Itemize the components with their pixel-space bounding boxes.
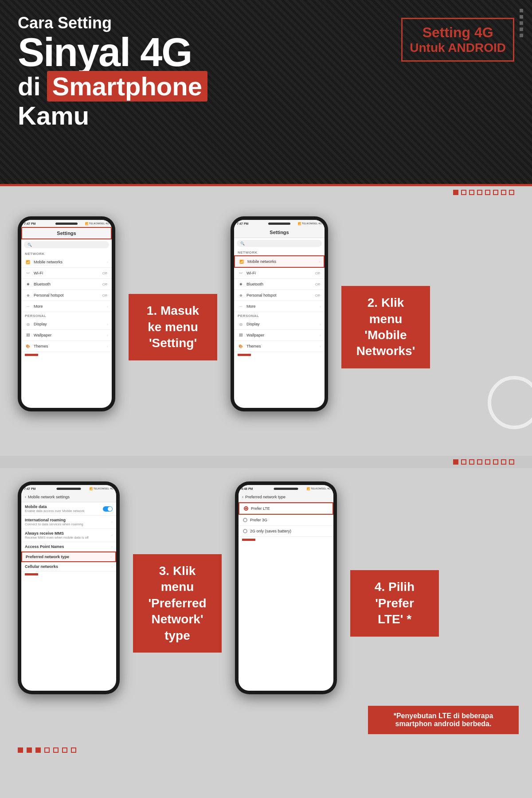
radio-lte — [244, 506, 248, 511]
dot-d5 — [485, 459, 490, 465]
menu-display-2: ◎ Display › — [234, 319, 325, 330]
themes-icon-2: 🎨 — [238, 343, 244, 349]
phones-section-2: 7:47 PM 📶 TELKOMSEL 4G ‹ Mobile network … — [0, 468, 532, 743]
dot-5 — [485, 190, 490, 195]
setting-4g-box: Setting 4G Untuk ANDROID — [401, 18, 514, 62]
sinyal-4g-text: Sinyal 4G — [18, 32, 381, 72]
dot-8 — [509, 190, 514, 195]
personal-label-2: PERSONAL — [234, 312, 325, 319]
wifi-icon-2: 〰 — [238, 270, 244, 276]
mobile-data-item: Mobile data Enable data access over Mobi… — [21, 502, 116, 516]
menu-wifi-2: 〰 Wi-Fi Off › — [234, 268, 325, 279]
untuk-android-text: Untuk ANDROID — [410, 41, 506, 55]
status-time-1: 7:47 PM — [24, 222, 35, 225]
dot-d8 — [509, 459, 514, 465]
dot-d7 — [501, 459, 506, 465]
decorative-dots-top — [520, 9, 523, 37]
more-icon-1: ··· — [25, 303, 31, 309]
signal-icon-2: 📶 — [239, 258, 245, 265]
step-3-box: 3. Klik menu 'Preferred Network' type — [133, 554, 222, 653]
dot-d2 — [461, 459, 466, 465]
menu-wallpaper-1: 🖼 Wallpaper › — [21, 330, 112, 341]
back-bar-4: ‹ Preferred network type — [239, 492, 333, 502]
red-line — [0, 184, 532, 186]
phone-2-screen: 7:47 PM 📶 TELKOMSEL 4G Settings 🔍 NETWOR… — [234, 220, 325, 408]
status-icons-4: 📶 TELKOMSEL 4G — [307, 487, 331, 490]
status-bar-2: 7:47 PM 📶 TELKOMSEL 4G — [234, 220, 325, 227]
setting-4g-title: Setting 4G — [410, 24, 506, 41]
radio-3g — [243, 518, 247, 522]
phone-1-outer: 7:47 PM 📶 TELKOMSEL 4G Settings 🔍 NETWOR… — [18, 216, 115, 411]
hotspot-icon-2: ⊕ — [238, 292, 244, 298]
themes-icon-1: 🎨 — [25, 343, 31, 349]
search-bar-2: 🔍 — [237, 240, 322, 247]
display-icon-2: ◎ — [238, 321, 244, 327]
step-4-box: 4. Pilih 'Prefer LTE' * — [350, 570, 439, 636]
display-icon-1: ◎ — [25, 321, 31, 327]
step-4-text: 4. Pilih 'Prefer LTE' * — [375, 580, 415, 626]
phone-2-outer: 7:47 PM 📶 TELKOMSEL 4G Settings 🔍 NETWOR… — [231, 216, 328, 411]
back-arrow-4: ‹ — [242, 495, 243, 499]
smartphone-text: Smartphone — [47, 72, 207, 101]
dot-4 — [477, 190, 482, 195]
status-bar-1: 7:47 PM 📶 TELKOMSEL 4G — [21, 220, 112, 227]
dot-6 — [493, 190, 498, 195]
dot-2 — [461, 190, 466, 195]
kamu-text: Kamu — [18, 101, 381, 130]
step-2-box: 2. Klik menu 'Mobile Networks' — [341, 286, 430, 368]
network-label-2: NETWORK — [234, 249, 325, 255]
step-2-text: 2. Klik menu 'Mobile Networks' — [356, 296, 415, 358]
screen-title-1: Settings — [21, 227, 112, 239]
menu-mobile-networks-1: 📶 Mobile networks › — [21, 257, 112, 268]
back-bar-3: ‹ Mobile network settings — [21, 492, 116, 502]
always-mms-item: Always receive MMS Receive MMS even when… — [21, 529, 116, 542]
dot-d6 — [493, 459, 498, 465]
phone-4-outer: 4:48 PM 📶 TELKOMSEL 4G ‹ Preferred netwo… — [235, 481, 337, 694]
dot-b1 — [18, 747, 23, 753]
phone-4-screen: 4:48 PM 📶 TELKOMSEL 4G ‹ Preferred netwo… — [239, 485, 333, 691]
red-indicator-2 — [238, 354, 251, 356]
screen-title-2: Settings — [234, 227, 325, 238]
bluetooth-icon-2: ✱ — [238, 281, 244, 287]
menu-more-1: ··· More › — [21, 301, 112, 312]
header-right: Setting 4G Untuk ANDROID — [381, 13, 514, 62]
search-bar-1: 🔍 — [24, 241, 109, 248]
status-time-4: 4:48 PM — [241, 487, 253, 490]
circle-decoration — [488, 376, 532, 429]
dot-b7 — [71, 747, 76, 753]
intl-roaming-item: International roaming Connect to data se… — [21, 516, 116, 529]
phone-3-screen: 7:47 PM 📶 TELKOMSEL 4G ‹ Mobile network … — [21, 485, 116, 691]
phone-1-wrap: 7:47 PM 📶 TELKOMSEL 4G Settings 🔍 NETWOR… — [18, 216, 115, 411]
red-indicator-3 — [25, 573, 38, 575]
cara-setting-text: Cara Setting — [18, 13, 381, 32]
menu-wallpaper-2: 🖼 Wallpaper › — [234, 330, 325, 341]
phone-2-wrap: 7:47 PM 📶 TELKOMSEL 4G Settings 🔍 NETWOR… — [231, 216, 328, 411]
status-bar-3: 7:47 PM 📶 TELKOMSEL 4G — [21, 485, 116, 492]
signal-icon-1: 📶 — [25, 259, 31, 265]
di-text: di — [18, 72, 41, 101]
back-label-3: Mobile network settings — [28, 495, 70, 499]
section-divider — [0, 456, 532, 468]
toggle-mobile-data[interactable] — [103, 506, 113, 512]
hotspot-icon-1: ⊕ — [25, 292, 31, 298]
menu-themes-1: 🎨 Themes › — [21, 341, 112, 352]
footer-note: *Penyebutan LTE di beberapa smartphon an… — [368, 706, 519, 734]
status-time-2: 7:47 PM — [237, 222, 248, 225]
menu-wifi-1: 〰 Wi-Fi Off › — [21, 268, 112, 279]
phone-4-wrap: 4:48 PM 📶 TELKOMSEL 4G ‹ Preferred netwo… — [235, 481, 337, 694]
header-section: Cara Setting Sinyal 4G di Smartphone Kam… — [0, 0, 532, 186]
wifi-icon-1: 〰 — [25, 270, 31, 276]
phone-3-wrap: 7:47 PM 📶 TELKOMSEL 4G ‹ Mobile network … — [18, 481, 120, 694]
menu-hotspot-2: ⊕ Personal hotspot Off › — [234, 290, 325, 301]
red-indicator-4 — [242, 539, 255, 541]
dots-row-top — [0, 186, 532, 199]
status-bar-4: 4:48 PM 📶 TELKOMSEL 4G — [239, 485, 333, 492]
status-time-3: 7:47 PM — [24, 487, 35, 490]
phones-section-1: 7:47 PM 📶 TELKOMSEL 4G Settings 🔍 NETWOR… — [0, 199, 532, 456]
cellular-networks-item: Cellular networks › — [21, 562, 116, 571]
wallpaper-icon-1: 🖼 — [25, 332, 31, 338]
footer-note-text: *Penyebutan LTE di beberapa smartphon an… — [394, 712, 493, 728]
step-1-box: 1. Masuk ke menu 'Setting' — [129, 294, 217, 360]
red-indicator-1 — [25, 354, 38, 356]
menu-mobile-networks-2: 📶 Mobile networks › — [234, 255, 325, 268]
